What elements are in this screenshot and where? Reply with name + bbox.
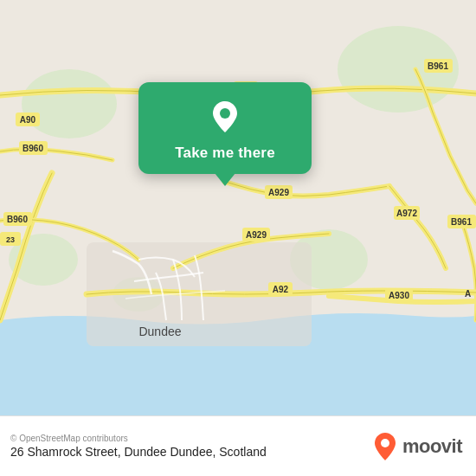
svg-text:B961: B961 <box>428 61 448 71</box>
svg-text:B960: B960 <box>7 215 28 224</box>
svg-text:A929: A929 <box>246 230 267 240</box>
moovit-label: moovit <box>402 435 462 458</box>
svg-text:Dundee: Dundee <box>138 325 181 338</box>
address-text: 26 Shamrock Street, Dundee Dundee, Scotl… <box>10 445 267 459</box>
svg-text:A972: A972 <box>396 209 417 218</box>
take-me-there-button[interactable]: Take me there <box>175 145 275 162</box>
moovit-logo: moovit <box>373 432 462 461</box>
svg-text:A930: A930 <box>389 291 409 300</box>
address-block: © OpenStreetMap contributors 26 Shamrock… <box>10 434 267 459</box>
svg-point-35 <box>381 439 389 447</box>
bottom-bar: © OpenStreetMap contributors 26 Shamrock… <box>0 415 476 476</box>
map-container: A90 A90 B960 B960 B961 B961 A929 A929 A9… <box>0 0 476 415</box>
svg-text:A90: A90 <box>20 115 36 125</box>
copyright-text: © OpenStreetMap contributors <box>10 434 267 443</box>
svg-text:B961: B961 <box>451 217 472 227</box>
svg-text:A929: A929 <box>268 188 289 197</box>
svg-text:A: A <box>465 289 471 299</box>
svg-point-34 <box>220 108 230 119</box>
map-background: A90 A90 B960 B960 B961 B961 A929 A929 A9… <box>0 0 476 415</box>
svg-point-1 <box>22 69 117 138</box>
popup-card[interactable]: Take me there <box>138 82 312 174</box>
svg-text:23: 23 <box>6 235 15 244</box>
svg-text:B960: B960 <box>23 144 43 153</box>
svg-text:A92: A92 <box>273 285 289 294</box>
moovit-pin-icon <box>373 432 397 461</box>
location-pin-icon <box>206 98 244 136</box>
